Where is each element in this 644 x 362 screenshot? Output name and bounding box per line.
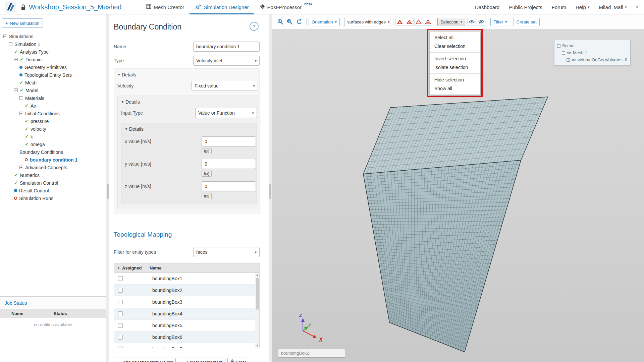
tree-item-omega[interactable]: ✓omega bbox=[0, 140, 106, 148]
scroll-up-icon[interactable]: ▲ bbox=[255, 274, 259, 277]
tree-item-model[interactable]: −✓Model bbox=[0, 86, 106, 94]
mesh-quality-toggle-2[interactable] bbox=[405, 18, 414, 26]
tree-item-mesh[interactable]: ✓Mesh bbox=[0, 79, 106, 86]
scene-node-mesh-1[interactable]: −Mesh 1 bbox=[562, 49, 628, 56]
table-row-boundingbox4[interactable]: boundingBox4 bbox=[114, 308, 259, 320]
tab-post-processor[interactable]: Post-Processor BETA bbox=[254, 0, 318, 14]
render-mode-dropdown[interactable]: surfaces with edges▾ bbox=[344, 18, 391, 26]
details-toggle[interactable]: ▼Details bbox=[117, 72, 258, 77]
show-all-eye-button[interactable] bbox=[467, 18, 476, 26]
zoom-in-button[interactable] bbox=[276, 18, 285, 26]
mesh-quality-toggle-4[interactable] bbox=[424, 18, 432, 26]
help-button[interactable]: ? bbox=[250, 22, 259, 31]
scrollbar-thumb[interactable] bbox=[256, 278, 259, 310]
collapse-icon[interactable]: − bbox=[19, 112, 23, 115]
clear-button[interactable]: Clear bbox=[227, 358, 249, 362]
panel-splitter[interactable] bbox=[269, 14, 272, 362]
tree-item-materials[interactable]: −Materials bbox=[0, 94, 106, 102]
splitter-grip[interactable] bbox=[107, 184, 109, 199]
menu-item-hide-selection[interactable]: Hide selection bbox=[430, 75, 480, 84]
assigned-checkbox[interactable] bbox=[118, 311, 123, 316]
selection-dropdown[interactable]: Selection▾ bbox=[437, 18, 465, 26]
table-row-boundingbox2[interactable]: boundingBox2 bbox=[114, 285, 259, 296]
orientation-dropdown[interactable]: Orientation▾ bbox=[309, 18, 340, 26]
tree-item-velocity[interactable]: ✓velocity bbox=[0, 125, 106, 133]
collapse-icon[interactable]: − bbox=[562, 51, 565, 55]
collapse-icon[interactable]: − bbox=[3, 35, 7, 38]
table-row-boundingbox3[interactable]: boundingBox3 bbox=[114, 296, 259, 308]
assigned-checkbox[interactable] bbox=[118, 300, 123, 304]
x-fx-button[interactable]: f(x) bbox=[202, 148, 212, 154]
tree-item-simulations[interactable]: −Simulations bbox=[0, 33, 106, 40]
collapse-icon[interactable]: − bbox=[14, 58, 18, 61]
velocity-select[interactable]: Fixed value▾ bbox=[192, 81, 258, 91]
create-set-button[interactable]: Create set bbox=[514, 18, 540, 26]
table-scrollbar[interactable]: ▲ ▼ bbox=[255, 273, 259, 348]
tree-item-initial-conditions[interactable]: −Initial Conditions bbox=[0, 110, 106, 117]
tree-item-domain[interactable]: −✓Domain bbox=[0, 56, 106, 63]
y-fx-button[interactable]: f(x) bbox=[202, 171, 212, 177]
assigned-checkbox[interactable] bbox=[118, 335, 123, 340]
tree-item-k[interactable]: ✓k bbox=[0, 133, 106, 140]
tree-item-boundary-condition-1[interactable]: boundary condition 1 bbox=[0, 156, 106, 164]
details-toggle[interactable]: ▼Details bbox=[121, 99, 257, 105]
table-row-boundingbox7[interactable]: boundingBox7 bbox=[114, 343, 259, 348]
new-simulation-button[interactable]: + New simulation bbox=[2, 18, 43, 28]
assigned-checkbox[interactable] bbox=[118, 276, 123, 281]
column-header-name[interactable]: Name bbox=[150, 265, 161, 270]
assigned-checkbox[interactable] bbox=[118, 288, 123, 293]
scene-node-scene[interactable]: −Scene bbox=[557, 42, 628, 49]
assigned-checkbox[interactable] bbox=[118, 323, 123, 328]
collapse-icon[interactable]: − bbox=[9, 42, 12, 46]
details-toggle[interactable]: ▼Details bbox=[125, 126, 256, 132]
hide-eye-button[interactable] bbox=[477, 18, 485, 26]
collapse-icon[interactable]: − bbox=[19, 96, 23, 100]
simscale-logo[interactable] bbox=[5, 1, 16, 13]
y-value-input[interactable] bbox=[202, 159, 256, 169]
nav-public-projects[interactable]: Public Projects bbox=[509, 4, 542, 10]
tree-item-topological-entity-sets[interactable]: Topological Entity Sets bbox=[0, 71, 106, 79]
menu-item-select-all[interactable]: Select all bbox=[430, 33, 480, 42]
assigned-checkbox[interactable] bbox=[118, 347, 123, 348]
splitter-grip[interactable] bbox=[269, 184, 271, 199]
mesh-quality-toggle-3[interactable] bbox=[414, 18, 423, 26]
mesh-quality-toggle-1[interactable] bbox=[395, 18, 404, 26]
add-selection-from-viewer-button[interactable]: ← Add selection from viewer bbox=[114, 358, 176, 362]
zoom-window-button[interactable] bbox=[285, 18, 294, 26]
tree-item-pressure[interactable]: ✓pressure bbox=[0, 117, 106, 125]
entity-filter-select[interactable]: faces▾ bbox=[193, 247, 260, 257]
menu-item-isolate-selection[interactable]: Isolate selection bbox=[430, 63, 480, 72]
table-row-boundingbox1[interactable]: boundingBox1 bbox=[114, 273, 259, 285]
tree-item-simulation-runs[interactable]: Simulation Runs bbox=[0, 194, 106, 202]
z-fx-button[interactable]: f(x) bbox=[202, 193, 212, 199]
column-header-assigned[interactable]: ▼ Assigned bbox=[114, 265, 150, 270]
tree-item-geometry-primitives[interactable]: Geometry Primitives bbox=[0, 63, 106, 71]
expand-icon[interactable]: + bbox=[19, 166, 23, 169]
sidebar-splitter[interactable] bbox=[106, 14, 109, 362]
visibility-eye-icon[interactable] bbox=[567, 51, 571, 54]
tree-item-analysis-type[interactable]: ✓Analysis Type bbox=[0, 48, 106, 56]
collapse-icon[interactable]: − bbox=[14, 88, 18, 92]
table-row-boundingbox6[interactable]: boundingBox6 bbox=[114, 331, 259, 343]
tree-item-simulation-control[interactable]: ✓Simulation Control bbox=[0, 179, 106, 187]
menu-item-clear-selection[interactable]: Clear selection bbox=[430, 42, 480, 51]
menu-item-invert-selection[interactable]: Invert selection bbox=[430, 54, 480, 63]
nav-dashboard[interactable]: Dashboard bbox=[475, 4, 499, 10]
tab-mesh-creator[interactable]: Mesh Creator bbox=[141, 0, 190, 14]
collapse-icon[interactable]: − bbox=[557, 44, 560, 48]
user-menu[interactable]: Milad_Mafi▾ bbox=[599, 4, 627, 10]
tree-item-numerics[interactable]: ✓Numerics bbox=[0, 171, 106, 179]
tree-item-air[interactable]: ✓Air bbox=[0, 102, 106, 110]
reset-view-button[interactable] bbox=[295, 18, 304, 26]
menu-item-show-all[interactable]: Show all bbox=[430, 84, 480, 93]
nav-forum[interactable]: Forum bbox=[552, 4, 566, 10]
filter-dropdown[interactable]: Filter▾ bbox=[490, 18, 510, 26]
z-value-input[interactable] bbox=[202, 181, 256, 191]
panel-collapse-chevron[interactable]: ▾ bbox=[636, 5, 638, 9]
table-row-boundingbox5[interactable]: boundingBox5 bbox=[114, 320, 259, 331]
tab-simulation-designer[interactable]: Simulation Designer bbox=[190, 0, 254, 14]
tree-item-simulation-1[interactable]: −Simulation 1 bbox=[0, 40, 106, 48]
scene-node-volumeongeovolumes-0[interactable]: +volumeOnGeoVolumes_0 bbox=[567, 56, 628, 63]
tree-item-result-control[interactable]: Result Control bbox=[0, 187, 106, 194]
input-type-select[interactable]: Value or Function▾ bbox=[195, 108, 257, 118]
